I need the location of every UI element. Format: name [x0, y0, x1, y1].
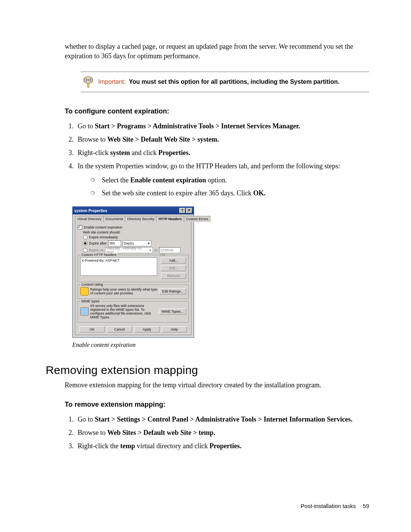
important-callout: Important: You must set this option for …	[81, 72, 369, 92]
page-number: 59	[363, 503, 369, 509]
callout-label: Important:	[98, 78, 126, 85]
enable-content-expiration-label: Enable content expiration	[84, 225, 123, 229]
text: Browse to	[78, 429, 107, 436]
custom-headers-list[interactable]: X-Powered-By: ASP.NET	[80, 257, 157, 276]
proc1-steps: Go to Start > Programs > Administrative …	[65, 121, 369, 199]
text: virtual directory and click	[135, 442, 209, 450]
bold-path: Web Sites > Default web Site > temp.	[107, 429, 215, 436]
mime-text: IIS serves only files with extensions re…	[90, 304, 158, 319]
mime-types-button[interactable]: MIME Types...	[159, 308, 186, 315]
bold: Enable content expiration	[130, 176, 206, 184]
text: Go to	[78, 415, 95, 423]
text: Select the	[102, 176, 131, 184]
callout-text: You must set this option for all partiti…	[129, 78, 339, 85]
footer-label: Post-installation tasks	[301, 503, 356, 509]
bold-path: Start > Programs > Administrative Tools …	[95, 122, 300, 130]
expire-after-label: Expire after	[89, 241, 107, 245]
figure-caption: Enable content expiration	[72, 342, 369, 348]
tab-http-headers[interactable]: HTTP Headers	[156, 216, 184, 222]
proc2-steps: Go to Start > Settings > Control Panel >…	[65, 414, 369, 451]
proc1-step2: Browse to Web Site > Default Web Site > …	[75, 134, 369, 145]
mime-types-group: MIME types	[80, 299, 101, 303]
expire-after-unit-combo[interactable]: Day(s)▼	[123, 240, 151, 246]
help-button[interactable]: Help	[162, 326, 187, 332]
add-button[interactable]: Add...	[161, 257, 186, 264]
bold: OK.	[253, 189, 266, 197]
text: Right-click the	[78, 442, 120, 450]
at-label: at	[155, 248, 158, 252]
proc1-step1: Go to Start > Programs > Administrative …	[75, 121, 369, 132]
system-properties-dialog: system Properties ? ✕ Virtual Directory …	[72, 206, 194, 338]
rating-text: Ratings help your users to identify what…	[90, 288, 158, 295]
chevron-down-icon: ▼	[149, 249, 152, 252]
proc2-heading: To remove extension mapping:	[65, 401, 369, 409]
content-rating-group: Content rating	[80, 283, 104, 286]
dialog-title: system Properties	[74, 209, 107, 213]
text: Right-click	[78, 149, 110, 157]
expire-after-radio[interactable]	[83, 241, 88, 246]
tab-directory-security[interactable]: Directory Security	[125, 216, 156, 222]
close-icon[interactable]: ✕	[186, 208, 192, 213]
bold-path: Web Site > Default Web Site > system.	[107, 136, 219, 143]
ok-button[interactable]: OK	[80, 326, 105, 332]
mime-icon	[80, 307, 89, 316]
section-heading: Removing extension mapping	[46, 364, 369, 377]
text: and click	[130, 149, 158, 157]
bold: system	[110, 149, 130, 157]
dialog-tabs: Virtual Directory Documents Directory Se…	[75, 216, 191, 222]
bold: Properties.	[209, 442, 241, 450]
proc1-step3: Right-click system and click Properties.	[75, 147, 369, 158]
custom-headers-group: Custom HTTP headers	[80, 253, 118, 257]
important-icon	[82, 76, 94, 88]
apply-button[interactable]: Apply	[134, 326, 159, 332]
cancel-button[interactable]: Cancel	[107, 326, 132, 332]
list-item: X-Powered-By: ASP.NET	[81, 259, 156, 262]
expire-on-time[interactable]: 12:00:00 AM	[159, 247, 180, 253]
expire-immediately-radio[interactable]	[83, 235, 88, 240]
chevron-down-icon: ▼	[147, 242, 150, 245]
bold: Properties.	[158, 149, 190, 157]
proc1-sub2: Set the web site content to expire after…	[88, 188, 369, 199]
text: Go to	[78, 122, 95, 130]
proc1-heading: To configure content expiration:	[65, 107, 369, 115]
text: option.	[206, 176, 227, 184]
svg-point-4	[89, 79, 91, 81]
content-should-label: Web site content should:	[83, 230, 189, 234]
proc2-step1: Go to Start > Settings > Control Panel >…	[75, 414, 369, 425]
enable-content-expiration-checkbox[interactable]	[78, 225, 82, 230]
rating-icon	[80, 287, 89, 296]
tab-custom-errors[interactable]: Custom Errors	[184, 216, 210, 222]
edit-button[interactable]: Edit...	[161, 265, 186, 271]
section2-intro: Remove extension mapping for the temp vi…	[65, 380, 369, 390]
proc2-step2: Browse to Web Sites > Default web Site >…	[75, 427, 369, 438]
screenshot-figure: system Properties ? ✕ Virtual Directory …	[72, 206, 369, 338]
intro-paragraph: whether to display a cached page, or req…	[65, 42, 369, 61]
expire-immediately-label: Expire immediately	[89, 235, 118, 239]
expire-after-value[interactable]: 365	[108, 240, 121, 246]
help-icon[interactable]: ?	[179, 208, 185, 213]
combo-value: Day(s)	[124, 241, 134, 245]
text: In the system Properties window, go to t…	[78, 162, 340, 170]
bold-path: Start > Settings > Control Panel > Admin…	[95, 415, 352, 423]
proc1-sub1: Select the Enable content expiration opt…	[88, 175, 369, 186]
proc2-step3: Right-click the temp virtual directory a…	[75, 441, 369, 452]
proc1-step4: In the system Properties window, go to t…	[75, 161, 369, 199]
tab-virtual-directory[interactable]: Virtual Directory	[75, 216, 104, 222]
svg-point-3	[86, 79, 87, 81]
text: Browse to	[78, 136, 107, 143]
expire-on-date-combo[interactable]: Saturday , February 03, 2007▼	[105, 247, 153, 253]
dialog-titlebar: system Properties ? ✕	[73, 207, 194, 214]
remove-button[interactable]: Remove	[161, 273, 186, 279]
text: Set the web site content to expire after…	[102, 189, 253, 197]
tab-documents[interactable]: Documents	[104, 216, 126, 222]
expire-on-radio[interactable]	[83, 248, 88, 252]
expire-on-label: Expire on	[89, 248, 104, 252]
edit-ratings-button[interactable]: Edit Ratings...	[159, 288, 186, 294]
bold: temp	[120, 442, 135, 450]
page-footer: Post-installation tasks 59	[301, 503, 369, 509]
